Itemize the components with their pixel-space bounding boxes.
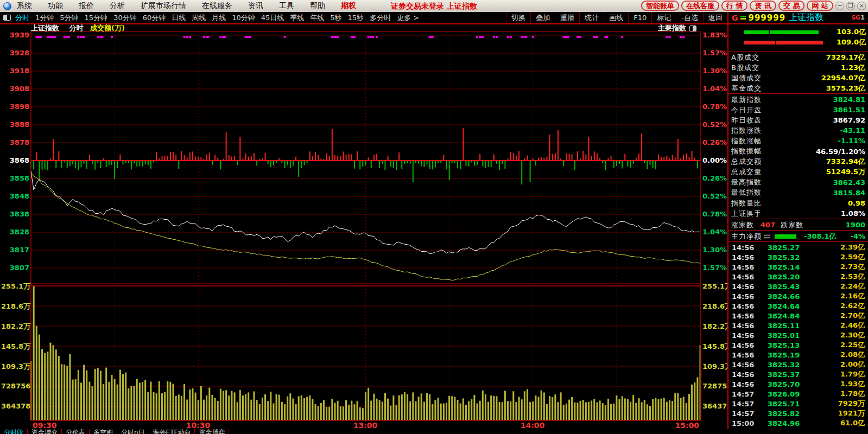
pct-axis-label: 1.57% (702, 264, 727, 272)
toolbar-button-画线[interactable]: 画线 (604, 12, 628, 23)
period-1分钟[interactable]: 1分钟 (35, 13, 54, 23)
bottom-tab-分价表[interactable]: 分价表 (62, 429, 90, 434)
period-10分钟[interactable]: 10分钟 (232, 13, 255, 23)
price-axis-label: 3918 (1, 67, 29, 75)
tick-row[interactable]: 14:563824.642.62亿 (728, 301, 868, 311)
menu-帮助[interactable]: 帮助 (310, 1, 325, 11)
menu-报价[interactable]: 报价 (79, 1, 94, 11)
menu-期权[interactable]: 期权 (341, 1, 356, 11)
period-5分钟[interactable]: 5分钟 (60, 13, 78, 23)
tick-row[interactable]: 14:563825.371.79亿 (728, 369, 868, 379)
tick-price: 3825.70 (768, 380, 818, 388)
toolbar-button-重播[interactable]: 重播 (555, 12, 579, 23)
gauge-value: 109.0亿 (837, 37, 866, 47)
period-更多 >[interactable]: 更多 > (397, 13, 419, 23)
tick-row[interactable]: 14:573825.717929万 (728, 399, 868, 409)
panel-divider (728, 93, 868, 94)
bottom-tab-分时n日[interactable]: 分时n日 (117, 429, 149, 434)
quick-button-行情[interactable]: 行 情 (721, 1, 748, 11)
period-15秒[interactable]: 15秒 (348, 13, 364, 23)
tick-row[interactable]: 14:563825.012.30亿 (728, 330, 868, 340)
bar-seg (744, 41, 775, 44)
period-多分时[interactable]: 多分时 (370, 13, 391, 23)
period-5秒[interactable]: 5秒 (330, 13, 341, 23)
tick-row[interactable]: 14:573826.091.78亿 (728, 389, 868, 399)
major-index-link[interactable]: 主要指数 (658, 23, 686, 33)
tick-row[interactable]: 14:563825.322.59亿 (728, 252, 868, 262)
period-季线[interactable]: 季线 (290, 13, 304, 23)
bottom-tab-多空图[interactable]: 多空图 (90, 429, 117, 434)
menu-工具[interactable]: 工具 (279, 1, 294, 11)
menu-分析[interactable]: 分析 (110, 1, 125, 11)
quick-button-在线客服[interactable]: 在线客服 (681, 1, 719, 11)
index-info-row: 上证换手1.08% (728, 208, 868, 219)
menu-功能[interactable]: 功能 (48, 1, 63, 11)
minimize-button[interactable]: − (835, 2, 844, 10)
restore-button[interactable]: ❐ (846, 2, 855, 10)
bottom-tab-资金博弈[interactable]: 资金博弈 (195, 429, 229, 434)
tick-price: 3825.13 (768, 341, 818, 349)
main-force-detail-icon[interactable] (764, 234, 770, 239)
tick-row[interactable]: 14:563825.202.53亿 (728, 272, 868, 282)
toolbar-button-返回[interactable]: 返回 (703, 12, 727, 23)
period-15分钟[interactable]: 15分钟 (85, 13, 108, 23)
tick-amount: 2.53亿 (840, 272, 865, 282)
tick-row[interactable]: 14:563825.192.08亿 (728, 350, 868, 360)
toolbar-button-叠加[interactable]: 叠加 (530, 12, 555, 23)
menu-扩展市场行情[interactable]: 扩展市场行情 (141, 1, 186, 11)
bottom-tab-分时段[interactable]: 分时段 (0, 429, 28, 434)
period-30分钟[interactable]: 30分钟 (113, 13, 137, 23)
tick-row[interactable]: 14:563825.432.24亿 (728, 282, 868, 291)
tick-row[interactable]: 14:563825.132.25亿 (728, 340, 868, 350)
tick-row[interactable]: 14:563825.142.73亿 (728, 262, 868, 272)
period-月线[interactable]: 月线 (212, 13, 226, 23)
pane-toggle-icon[interactable] (3, 15, 11, 21)
toolbar-button--自选[interactable]: -自选 (676, 12, 703, 23)
period-周线[interactable]: 周线 (192, 13, 206, 23)
tick-row[interactable]: 14:563825.112.46亿 (728, 321, 868, 330)
bottom-tab-海外ETF动向[interactable]: 海外ETF动向 (149, 429, 195, 434)
close-button[interactable]: × (857, 2, 866, 10)
tick-amount: 1.93亿 (840, 379, 865, 389)
info-value: 3862.43 (833, 178, 865, 187)
period-45日线[interactable]: 45日线 (261, 13, 284, 23)
period-年线[interactable]: 年线 (310, 13, 324, 23)
advancers-label: 涨家数 (731, 220, 754, 230)
turnover-row: 国债成交22954.07亿 (728, 73, 868, 83)
tick-price: 3825.32 (768, 361, 818, 369)
tick-row[interactable]: 14:563825.272.39亿 (728, 242, 868, 252)
toolbar-button-F10[interactable]: F10 (628, 12, 651, 23)
toolbar-button-统计[interactable]: 统计 (579, 12, 604, 23)
index-info-row: 昨日收盘3867.92 (728, 115, 868, 125)
tick-row[interactable]: 15:003824.9661.0亿 (728, 418, 868, 428)
symbol-header: G 999999 上证指数 SG1 (727, 12, 868, 23)
quick-button-网站[interactable]: 网 站 (807, 1, 833, 11)
tick-row[interactable]: 14:563825.322.00亿 (728, 360, 868, 369)
vol-axis-label-right: 364378 (702, 402, 727, 410)
tick-price: 3825.43 (768, 283, 818, 291)
bottom-tab-资金增仓[interactable]: 资金增仓 (28, 429, 62, 434)
tick-row[interactable]: 14:563824.662.16亿 (728, 291, 868, 301)
menu-资讯[interactable]: 资讯 (248, 1, 263, 11)
symbol-g-flag: G (732, 14, 738, 22)
vol-axis-label-left: 218.6万 (1, 302, 29, 311)
menu-在线服务[interactable]: 在线服务 (202, 1, 232, 11)
menu-系统[interactable]: 系统 (17, 1, 32, 11)
tick-row[interactable]: 14:563825.701.93亿 (728, 379, 868, 389)
toolbar-button-标记[interactable]: 标记 (651, 12, 676, 23)
quick-button-智能账单[interactable]: 智能账单 (641, 1, 679, 11)
toolbar-button-切换[interactable]: 切换 (506, 12, 530, 23)
turnover-value: 22954.07亿 (821, 73, 865, 83)
chart-legend: 上证指数 分时 成交额(万) (31, 23, 125, 33)
tick-row[interactable]: 14:573825.821921万 (728, 409, 868, 418)
split-pane-icon[interactable] (689, 25, 696, 31)
period-60分钟[interactable]: 60分钟 (143, 13, 166, 23)
price-axis-label: 3939 (1, 31, 29, 39)
period-日线[interactable]: 日线 (172, 13, 186, 23)
title-bar-right: 智能账单在线客服行 情资 讯交 易网 站−❐× (641, 1, 866, 11)
tick-row[interactable]: 14:563824.842.70亿 (728, 311, 868, 321)
quick-button-资讯[interactable]: 资 讯 (750, 1, 776, 11)
quick-button-交易[interactable]: 交 易 (778, 1, 805, 11)
period-分时[interactable]: 分时 (15, 13, 29, 23)
tick-price: 3825.27 (768, 244, 818, 252)
